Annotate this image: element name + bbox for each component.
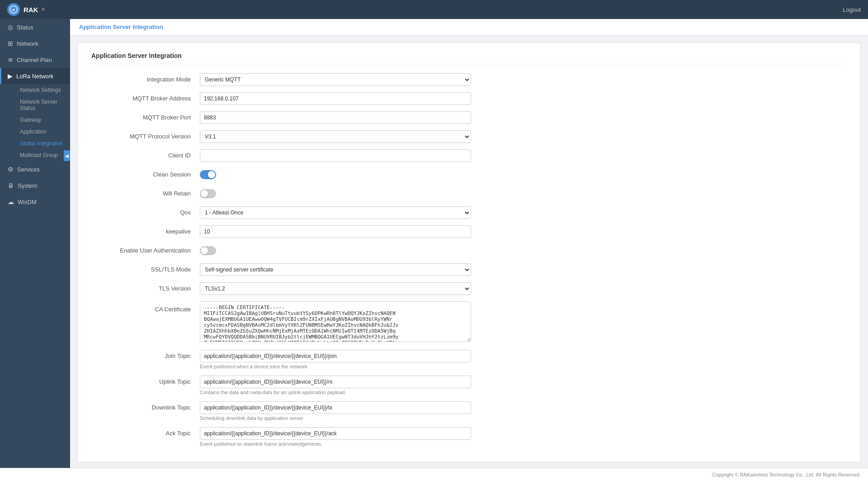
channel-plan-icon: ≋ (8, 56, 13, 63)
client-id-input[interactable] (200, 149, 471, 162)
sidebar-sub-application[interactable]: Application (16, 126, 70, 138)
sidebar: ◎ Status ⊞ Network ≋ Channel Plan ▶ LoRa… (0, 19, 70, 468)
topbar: R RAK ® Logout (0, 0, 868, 19)
sidebar-item-channel-plan[interactable]: ≋ Channel Plan (0, 52, 70, 68)
qos-select[interactable]: 0 - At Most Once 1 - Atleast Once 2 - Ex… (200, 206, 471, 219)
tls-version-row: TLS Version TLSv1.2 TLSv1.1 TLSv1.0 (91, 282, 847, 295)
client-id-wrap (200, 149, 471, 162)
integration-mode-label: Integration Mode (91, 73, 200, 86)
svg-text:R: R (12, 8, 15, 12)
sidebar-sub-network-settings[interactable]: Network Settings (16, 84, 70, 96)
sidebar-item-services[interactable]: ⚙ Services (0, 161, 70, 177)
mqtt-protocol-version-row: MQTT Protocol Version V3.1 V3.1.1 V5.0 (91, 130, 847, 143)
qos-label: Qos (91, 206, 200, 219)
mqtt-broker-port-wrap (200, 111, 471, 124)
sidebar-collapse-button[interactable]: ◀ (64, 150, 70, 161)
sidebar-sub-gateway[interactable]: Gateway (16, 114, 70, 126)
mqtt-broker-address-row: MQTT Broker Address (91, 92, 847, 105)
mqtt-protocol-version-wrap: V3.1 V3.1.1 V5.0 (200, 130, 471, 143)
enable-user-auth-slider (200, 246, 216, 255)
uplink-topic-row: Uplink Topic Contains the data and meta-… (91, 376, 847, 395)
sidebar-item-status[interactable]: ◎ Status (0, 19, 70, 35)
sidebar-item-label: Status (17, 24, 33, 31)
rak-icon: R (7, 3, 20, 16)
breadcrumb: Application Server Integration (70, 19, 868, 35)
sidebar-sub-global-integration[interactable]: Global Integration (16, 138, 70, 149)
system-icon: 🖥 (8, 182, 14, 189)
clean-session-label: Clean Session (91, 168, 200, 181)
keepalive-wrap (200, 225, 471, 238)
sidebar-item-network[interactable]: ⊞ Network (0, 35, 70, 52)
tls-version-select[interactable]: TLSv1.2 TLSv1.1 TLSv1.0 (200, 282, 471, 295)
clean-session-toggle[interactable] (200, 170, 216, 179)
will-retain-label: Will Retain (91, 187, 200, 200)
ca-certificate-row: CA Certificate -----BEGIN CERTIFICATE---… (91, 301, 847, 343)
enable-user-auth-toggle[interactable] (200, 246, 216, 255)
network-icon: ⊞ (8, 40, 13, 47)
join-topic-help: Event published when a device joins the … (200, 364, 471, 369)
join-topic-row: Join Topic Event published when a device… (91, 350, 847, 369)
lora-network-icon: ▶ (8, 72, 13, 80)
sidebar-sub-network-server-status[interactable]: Network Server Status (16, 96, 70, 114)
will-retain-toggle-wrap (200, 187, 471, 200)
integration-mode-select[interactable]: Generic MQTT AWS IoT Azure IoT Hub GCP I… (200, 73, 471, 86)
will-retain-slider (200, 189, 216, 198)
downlink-topic-row: Downlink Topic Scheduling downlink data … (91, 401, 847, 421)
uplink-topic-label: Uplink Topic (91, 376, 200, 388)
sidebar-item-label: System (18, 182, 37, 189)
mqtt-protocol-version-label: MQTT Protocol Version (91, 130, 200, 143)
downlink-topic-input[interactable] (200, 401, 471, 414)
client-id-row: Client ID (91, 149, 847, 162)
keepalive-input[interactable] (200, 225, 471, 238)
ssl-tls-mode-label: SSL/TLS Mode (91, 263, 200, 276)
sidebar-item-lora-network[interactable]: ▶ LoRa Network (0, 68, 70, 84)
client-id-label: Client ID (91, 149, 200, 162)
mqtt-broker-port-input[interactable] (200, 111, 471, 124)
mqtt-protocol-version-select[interactable]: V3.1 V3.1.1 V5.0 (200, 130, 471, 143)
lora-sub-menu: Network Settings Network Server Status G… (0, 84, 70, 161)
sidebar-item-label: Services (17, 166, 40, 173)
logout-button[interactable]: Logout (843, 6, 861, 13)
join-topic-input[interactable] (200, 350, 471, 362)
keepalive-label: keepalive (91, 225, 200, 238)
enable-user-auth-row: Enable User Authentication (91, 244, 847, 257)
ssl-tls-mode-select[interactable]: Self-signed server certificate None CA s… (200, 263, 471, 276)
ack-topic-help: Event published on downlink frame acknow… (200, 441, 471, 447)
footer-text: Copyright © RAKwireless Technology Co., … (712, 472, 861, 477)
integration-mode-row: Integration Mode Generic MQTT AWS IoT Az… (91, 73, 847, 86)
qos-wrap: 0 - At Most Once 1 - Atleast Once 2 - Ex… (200, 206, 471, 219)
clean-session-toggle-wrap (200, 168, 471, 181)
ca-certificate-label: CA Certificate (91, 301, 200, 316)
sidebar-sub-multicast-group[interactable]: Multicast Group (16, 149, 70, 161)
clean-session-row: Clean Session (91, 168, 847, 181)
downlink-topic-wrap: Scheduling downlink data by application … (200, 401, 471, 421)
services-icon: ⚙ (8, 166, 14, 173)
uplink-topic-help: Contains the data and meta-data for an u… (200, 390, 471, 395)
mqtt-broker-address-input[interactable] (200, 92, 471, 105)
enable-user-auth-wrap (200, 244, 471, 257)
brand-name: RAK (24, 6, 38, 14)
brand-trademark: ® (42, 7, 45, 12)
logo: R RAK ® (7, 3, 45, 16)
mqtt-broker-port-row: MQTT Broker Port (91, 111, 847, 124)
ca-certificate-wrap: -----BEGIN CERTIFICATE----- MIIFiTCCA52g… (200, 301, 471, 343)
mqtt-broker-address-label: MQTT Broker Address (91, 92, 200, 105)
clean-session-slider (200, 170, 216, 179)
will-retain-row: Will Retain (91, 187, 847, 200)
ack-topic-input[interactable] (200, 427, 471, 440)
sidebar-item-wisdm[interactable]: ☁ WisDM (0, 194, 70, 210)
sidebar-item-system[interactable]: 🖥 System (0, 177, 70, 194)
mqtt-broker-address-wrap (200, 92, 471, 105)
ca-certificate-textarea[interactable]: -----BEGIN CERTIFICATE----- MIIFiTCCA52g… (200, 301, 471, 342)
will-retain-toggle[interactable] (200, 189, 216, 198)
ack-topic-label: Ack Topic (91, 427, 200, 440)
main-layout: ◎ Status ⊞ Network ≋ Channel Plan ▶ LoRa… (0, 19, 868, 468)
uplink-topic-input[interactable] (200, 376, 471, 388)
sidebar-item-label: LoRa Network (16, 73, 53, 80)
sidebar-item-label: Channel Plan (17, 57, 52, 63)
uplink-topic-wrap: Contains the data and meta-data for an u… (200, 376, 471, 395)
ssl-tls-mode-row: SSL/TLS Mode Self-signed server certific… (91, 263, 847, 276)
ack-topic-row: Ack Topic Event published on downlink fr… (91, 427, 847, 447)
content-area: Application Server Integration Applicati… (70, 19, 868, 468)
page-title: Application Server Integration (91, 52, 847, 64)
